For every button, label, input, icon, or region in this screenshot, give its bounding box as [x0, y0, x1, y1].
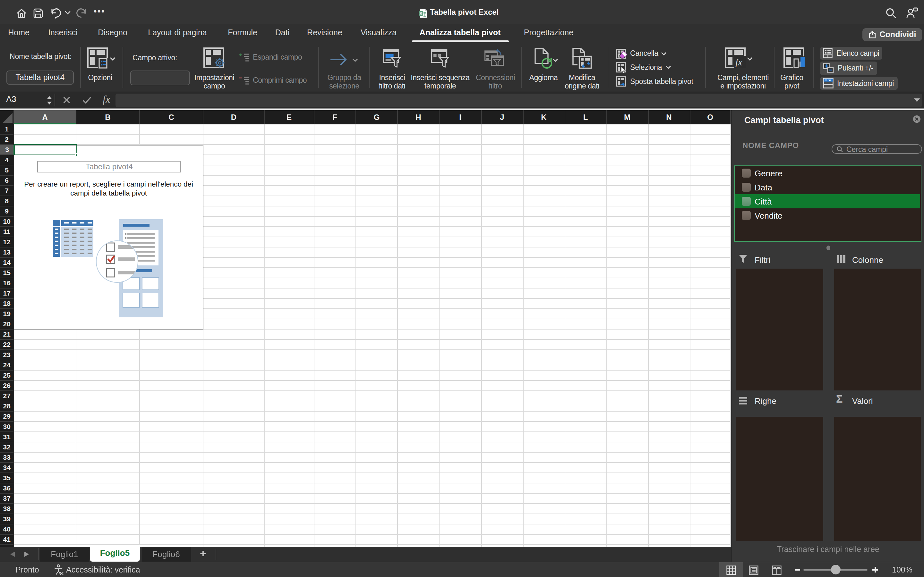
- svg-text:fx: fx: [735, 57, 742, 67]
